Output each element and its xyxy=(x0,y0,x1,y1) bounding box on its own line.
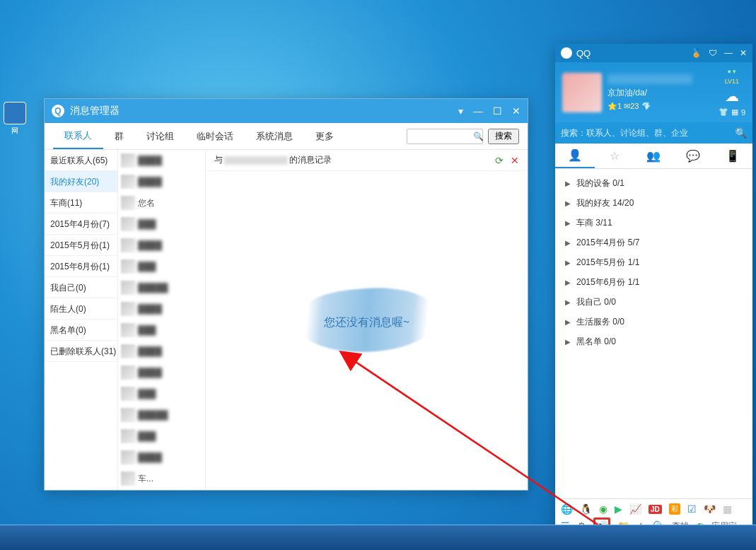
cat-recent[interactable]: 最近联系人(65) xyxy=(45,150,117,171)
cat-strangers[interactable]: 陌生人(0) xyxy=(45,298,117,320)
mm-menu-button[interactable]: ▾ xyxy=(458,105,463,117)
group-friends[interactable]: ▶我的好友 14/20 xyxy=(555,193,752,213)
desktop-shortcut[interactable]: 网 xyxy=(0,102,31,134)
delete-icon[interactable]: ✕ xyxy=(511,155,519,166)
list-item[interactable]: ████ xyxy=(118,341,205,362)
qq-footer-apps: 🌐 🐧 ◉ ▶ 📈 JD 彩 ☑ 🐶 ▦ xyxy=(555,502,752,516)
mm-title-text: 消息管理器 xyxy=(70,105,120,117)
list-item[interactable]: 您名 xyxy=(118,192,205,213)
mm-conversation-pane: 与 的消息记录 ⟳ ✕ 您还没有消息喔~ xyxy=(206,150,528,490)
avatar xyxy=(121,153,135,168)
list-item[interactable]: ████ xyxy=(118,298,205,320)
mm-search-input[interactable] xyxy=(407,129,483,144)
mm-minimize-button[interactable]: — xyxy=(473,105,483,117)
qq-tab-sessions[interactable]: 💬 xyxy=(673,149,713,163)
avatar xyxy=(121,217,135,231)
list-item[interactable]: ███ xyxy=(118,213,205,235)
list-item[interactable]: █████ xyxy=(118,404,205,426)
more-apps-icon[interactable]: ▦ xyxy=(723,503,732,515)
folder-icon xyxy=(4,102,26,124)
list-item[interactable]: ████ xyxy=(118,362,205,383)
penguin-icon[interactable]: 🐧 xyxy=(580,503,592,515)
list-item[interactable]: ████ xyxy=(118,150,205,171)
group-201505[interactable]: ▶2015年5月份 1/1 xyxy=(555,252,752,272)
cat-deleted[interactable]: 已删除联系人(31) xyxy=(45,341,117,362)
tab-discuss[interactable]: 讨论组 xyxy=(135,123,185,149)
stock-icon[interactable]: 📈 xyxy=(629,503,641,515)
group-201504[interactable]: ▶2015年4月份 5/7 xyxy=(555,233,752,252)
list-item[interactable]: ████ xyxy=(118,171,205,192)
list-item[interactable]: ███ xyxy=(118,256,205,277)
qq-search-bar[interactable]: 搜索：联系人、讨论组、群、企业 🔍 xyxy=(555,122,752,144)
search-icon[interactable]: 🔍 xyxy=(735,127,747,139)
browser-icon[interactable]: 🌐 xyxy=(561,503,573,515)
group-self[interactable]: ▶我自己 0/0 xyxy=(555,292,752,312)
qq-title: QQ xyxy=(576,48,591,59)
refresh-icon[interactable]: ⟳ xyxy=(495,155,504,166)
mm-maximize-button[interactable]: ☐ xyxy=(493,105,502,117)
list-item[interactable]: ███ xyxy=(118,426,205,447)
avatar[interactable] xyxy=(562,73,602,112)
group-devices[interactable]: ▶我的设备 0/1 xyxy=(555,173,752,193)
tshirt-icon[interactable]: 👕 xyxy=(719,107,728,117)
level-badge: LV11 xyxy=(725,78,739,85)
group-blacklist[interactable]: ▶黑名单 0/0 xyxy=(555,332,752,351)
online-status-icon[interactable]: ● ▾ xyxy=(727,68,736,75)
windows-taskbar[interactable] xyxy=(0,525,756,550)
cat-self[interactable]: 我自己(0) xyxy=(45,277,117,298)
qq-profile-area: 京加油/da/ ⭐1 ✉23 💎 ● ▾ LV11 ☁ 👕 ▦9 xyxy=(555,62,752,122)
tab-system[interactable]: 系统消息 xyxy=(245,123,304,149)
list-item[interactable]: ████ xyxy=(118,489,205,490)
group-cardealer[interactable]: ▶车商 3/11 xyxy=(555,213,752,233)
avatar xyxy=(121,196,135,210)
list-item[interactable]: ███ xyxy=(118,383,205,404)
list-item[interactable]: █████ xyxy=(118,277,205,298)
list-item[interactable]: ████ xyxy=(118,235,205,256)
list-item[interactable]: ████ xyxy=(118,447,205,468)
mm-titlebar[interactable]: Q 消息管理器 ▾ — ☐ ✕ xyxy=(45,99,528,123)
signature[interactable]: 京加油/da/ xyxy=(607,87,713,99)
shield-icon[interactable]: 🛡 xyxy=(709,48,717,58)
manager-icon[interactable]: ☑ xyxy=(687,503,697,515)
list-item[interactable]: 车... xyxy=(118,468,205,489)
cat-201504[interactable]: 2015年4月份(7) xyxy=(45,213,117,235)
qq-titlebar[interactable]: QQ 🏅 🛡 — ✕ xyxy=(555,44,752,62)
tab-more[interactable]: 更多 xyxy=(304,123,345,149)
weather-icon[interactable]: ☁ xyxy=(725,88,739,105)
mm-close-button[interactable]: ✕ xyxy=(512,105,521,117)
tab-contacts[interactable]: 联系人 xyxy=(53,123,103,149)
jd-icon[interactable]: JD xyxy=(649,505,662,514)
lottery-icon[interactable]: 彩 xyxy=(669,503,680,515)
qq-tabs: 👤 ☆ 👥 💬 📱 xyxy=(555,144,752,169)
pet-icon[interactable]: 🐶 xyxy=(704,503,716,515)
chevron-right-icon: ▶ xyxy=(565,279,572,286)
qq-tab-groups[interactable]: 👥 xyxy=(634,149,674,163)
conv-suffix: 的消息记录 xyxy=(289,154,332,166)
avatar xyxy=(121,302,135,316)
tab-temp[interactable]: 临时会话 xyxy=(185,123,245,149)
cat-cardealer[interactable]: 车商(11) xyxy=(45,192,117,213)
group-lifeservice[interactable]: ▶生活服务 0/0 xyxy=(555,312,752,332)
qq-tab-mobile[interactable]: 📱 xyxy=(713,149,752,163)
group-201506[interactable]: ▶2015年6月份 1/1 xyxy=(555,272,752,292)
grid-icon[interactable]: ▦ xyxy=(731,107,738,117)
qq-minimize-button[interactable]: — xyxy=(724,48,733,58)
game-icon[interactable]: ◉ xyxy=(599,503,607,515)
cat-blacklist[interactable]: 黑名单(0) xyxy=(45,320,117,341)
star-icon: ⭐ xyxy=(607,102,617,110)
qq-tab-contacts[interactable]: 👤 xyxy=(555,144,595,168)
mm-search-button[interactable]: 搜索 xyxy=(488,129,519,144)
cat-201506[interactable]: 2015年6月份(1) xyxy=(45,256,117,277)
video-icon[interactable]: ▶ xyxy=(615,503,622,515)
qq-tab-star[interactable]: ☆ xyxy=(595,149,634,163)
tab-groups[interactable]: 群 xyxy=(103,123,135,149)
vip-icon[interactable]: 💎 xyxy=(641,102,651,110)
list-item[interactable]: ███ xyxy=(118,320,205,341)
chevron-right-icon: ▶ xyxy=(565,219,572,227)
cat-201505[interactable]: 2015年5月份(1) xyxy=(45,235,117,256)
mail-icon[interactable]: ✉ xyxy=(624,102,630,110)
qq-close-button[interactable]: ✕ xyxy=(740,48,747,58)
chevron-right-icon: ▶ xyxy=(565,318,572,326)
cat-friends[interactable]: 我的好友(20) xyxy=(45,171,117,192)
medal-icon[interactable]: 🏅 xyxy=(691,48,702,58)
